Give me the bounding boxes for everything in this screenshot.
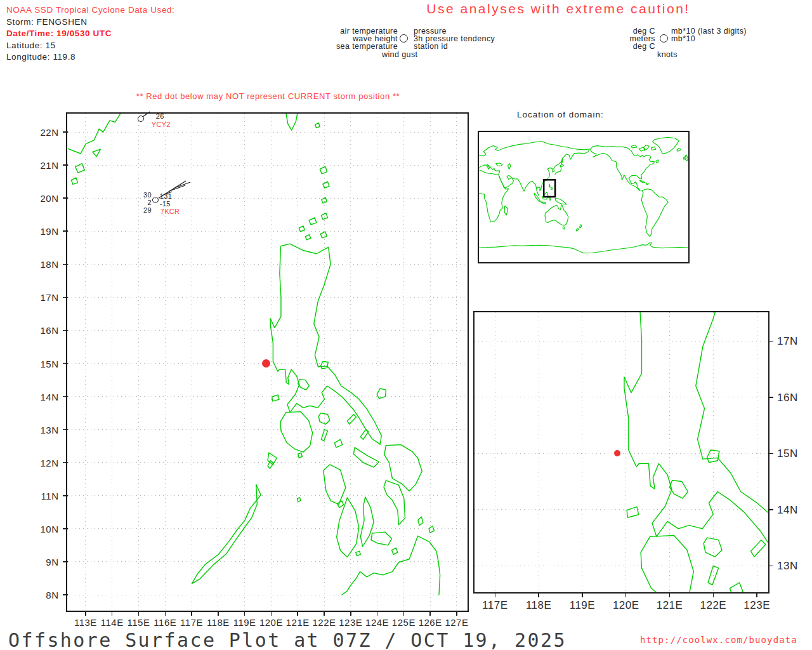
longitude-axis-label: 118E [517, 599, 560, 612]
storm-position-dot-zoom [614, 450, 620, 456]
longitude-axis-label: 117E [473, 599, 516, 612]
tick-mark-latitude [63, 462, 68, 463]
tick-mark-latitude [63, 197, 68, 199]
datetime-line: Date/Time: 19/0530 UTC [6, 28, 112, 40]
longitude-axis-label: 122E [691, 599, 735, 612]
plot-title: Offshore Surface Plot at 07Z / OCT 19, 2… [8, 629, 566, 650]
tick-mark-longitude [713, 592, 714, 597]
station-wave_height: 2 [119, 199, 152, 206]
station-circle-icon [400, 34, 408, 43]
tick-mark-longitude [377, 611, 378, 616]
longitude-axis-label: 123E [735, 599, 778, 612]
tick-mark-latitude [63, 594, 68, 595]
tick-mark-longitude [271, 611, 272, 616]
tick-mark-latitude [63, 429, 68, 430]
tick-mark-latitude [768, 509, 773, 510]
latitude-axis-label: 17N [777, 335, 812, 348]
station-id: 7KCR [160, 208, 180, 215]
tick-mark-longitude [669, 592, 671, 597]
tick-mark-latitude [768, 566, 773, 567]
tick-mark-longitude [324, 611, 325, 616]
latitude-line: Latitude: 15 [6, 40, 56, 52]
tick-mark-longitude [244, 611, 246, 616]
tick-mark-longitude [403, 611, 405, 616]
tick-mark-longitude [191, 611, 192, 616]
latitude-axis-label: 18N [17, 259, 59, 270]
latitude-axis-label: 8N [17, 590, 59, 600]
tick-mark-latitude [63, 396, 68, 397]
latitude-axis-label: 22N [17, 127, 59, 138]
tick-mark-latitude [63, 164, 68, 166]
units-gust: knots [657, 50, 678, 59]
latitude-axis-label: 16N [777, 392, 812, 404]
storm-name-line: Storm: FENGSHEN [6, 17, 88, 29]
tick-mark-latitude [63, 363, 68, 364]
credit-url: http://coolwx.com/buoydata [640, 635, 797, 645]
latitude-axis-label: 10N [17, 524, 59, 534]
latitude-axis-label: 9N [17, 557, 59, 567]
tick-mark-longitude [625, 592, 627, 597]
units-tendency: mb*10 [671, 34, 695, 43]
tick-mark-latitude [63, 131, 68, 133]
wind-barb-icon [155, 200, 156, 201]
noaa-data-source-line: NOAA SSD Tropical Cyclone Data Used: [6, 4, 174, 17]
tick-mark-latitude [63, 230, 68, 232]
station-pressure: 131 [160, 193, 172, 200]
station-pressure: 26 [156, 113, 164, 120]
station-sea_temp: 29 [119, 207, 152, 214]
storm-position-warning: ** Red dot below may NOT represent CURRE… [108, 91, 428, 101]
latitude-axis-label: 21N [17, 160, 59, 171]
latitude-axis-label: 19N [17, 226, 59, 237]
offshore-surface-plot-page: NOAA SSD Tropical Cyclone Data Used: Sto… [0, 0, 812, 650]
units-sea: deg C [572, 42, 655, 51]
tick-mark-longitude [429, 611, 431, 616]
latitude-axis-label: 16N [17, 325, 59, 336]
tick-mark-longitude [138, 611, 140, 616]
station-pressure_tendency: -15 [160, 201, 171, 208]
tick-mark-longitude [350, 611, 351, 616]
tick-mark-longitude [756, 592, 757, 597]
longitude-line: Longitude: 119.8 [6, 51, 75, 63]
latitude-axis-label: 15N [17, 359, 59, 369]
legend-sea-temperature: sea temperature [314, 42, 398, 51]
tick-mark-longitude [112, 611, 113, 616]
zoom-map [475, 312, 768, 592]
domain-rectangle [544, 180, 555, 197]
latitude-axis-label: 15N [777, 448, 812, 460]
longitude-axis-label: 127E [435, 617, 478, 628]
station-circle-icon [660, 34, 668, 43]
latitude-axis-label: 20N [17, 193, 59, 204]
tick-mark-longitude [495, 592, 496, 597]
tick-mark-latitude [63, 495, 68, 496]
legend-station-id: station id [414, 42, 448, 51]
tick-mark-latitude [768, 397, 773, 398]
longitude-axis-label: 121E [648, 599, 691, 612]
tick-mark-longitude [165, 611, 166, 616]
latitude-axis-label: 12N [17, 458, 59, 468]
tick-mark-latitude [768, 453, 773, 454]
latitude-axis-label: 17N [17, 292, 59, 303]
station-id: YCY2 [152, 121, 171, 128]
latitude-axis-label: 14N [777, 504, 812, 517]
longitude-axis-label: 120E [605, 599, 648, 612]
latitude-axis-label: 13N [17, 425, 59, 435]
tick-mark-latitude [63, 264, 68, 265]
tick-mark-longitude [456, 611, 457, 616]
tick-mark-longitude [582, 592, 583, 597]
tick-mark-longitude [538, 592, 539, 597]
zoom-map-overlay [475, 312, 768, 592]
tick-mark-longitude [85, 611, 86, 616]
tick-mark-latitude [63, 561, 68, 562]
world-map [479, 132, 688, 262]
caution-banner: Use analyses with extreme caution! [393, 1, 723, 17]
tick-mark-latitude [768, 341, 773, 342]
tick-mark-latitude [63, 528, 68, 529]
latitude-axis-label: 14N [17, 392, 59, 402]
tick-mark-latitude [63, 330, 68, 331]
wind-barb-icon [141, 119, 141, 119]
inset-title: Location of domain: [517, 110, 604, 119]
tick-mark-longitude [218, 611, 219, 616]
latitude-axis-label: 13N [777, 560, 812, 573]
tick-mark-longitude [297, 611, 298, 616]
main-map-overlay: 30229131-157KCR26YCY2 [68, 114, 468, 611]
